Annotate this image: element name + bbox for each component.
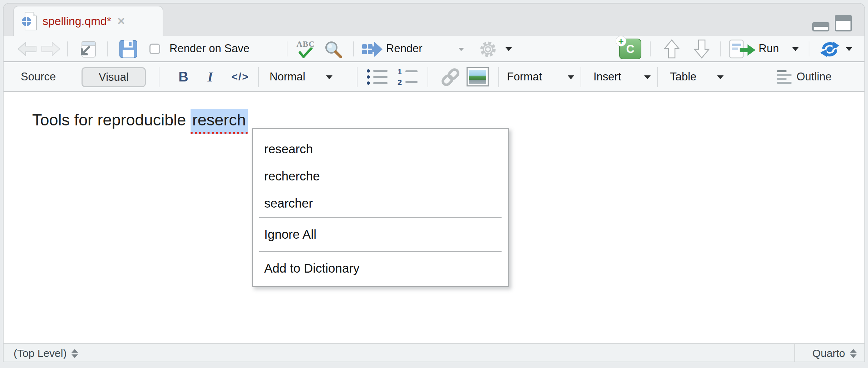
jump-up-icon[interactable] [663, 39, 681, 59]
insert-caret-icon[interactable] [644, 75, 651, 79]
minimize-icon[interactable] [812, 22, 829, 31]
render-dropdown-icon[interactable] [458, 48, 464, 51]
forward-icon[interactable] [39, 40, 62, 58]
mode-spinner-icon[interactable] [850, 349, 857, 358]
image-icon[interactable] [466, 67, 489, 87]
main-toolbar: Render on Save ABC Render [4, 36, 864, 62]
render-on-save-checkbox[interactable] [149, 44, 160, 54]
scope-label: (Top Level) [14, 347, 66, 359]
paragraph-style-dropdown[interactable]: Normal [270, 62, 305, 91]
gear-dropdown-icon[interactable] [505, 47, 512, 51]
mode-selector[interactable]: Quarto [794, 344, 864, 362]
editor-window: spelling.qmd* ✕ [3, 3, 865, 362]
suggestion-research[interactable]: research [253, 135, 508, 163]
back-icon[interactable] [16, 40, 39, 58]
rerun-dropdown-icon[interactable] [846, 47, 852, 51]
spellcheck-icon[interactable]: ABC [293, 38, 318, 60]
suggestion-recherche[interactable]: recherche [253, 163, 508, 190]
run-label[interactable]: Run [759, 36, 779, 61]
run-dropdown-icon[interactable] [792, 47, 799, 51]
outline-icon[interactable] [777, 70, 793, 84]
ignore-all-item[interactable]: Ignore All [253, 218, 508, 251]
tab-bar: spelling.qmd* ✕ [4, 4, 864, 36]
mode-label: Quarto [812, 347, 845, 359]
paragraph-style-caret-icon[interactable] [326, 75, 332, 79]
format-caret-icon[interactable] [568, 75, 574, 79]
outline-toggle[interactable]: Outline [797, 62, 832, 91]
bullet-list-icon[interactable] [366, 68, 388, 86]
maximize-icon[interactable] [835, 15, 852, 31]
tab-close-icon[interactable]: ✕ [117, 15, 125, 27]
insert-chunk-icon[interactable]: C + [619, 39, 641, 59]
editor-paragraph[interactable]: Tools for reproducible reserch [32, 111, 248, 129]
open-in-window-icon[interactable] [77, 39, 98, 59]
table-caret-icon[interactable] [717, 75, 724, 79]
bold-button[interactable]: B [174, 62, 192, 91]
save-icon[interactable] [119, 40, 138, 58]
status-bar: (Top Level) Quarto [4, 343, 864, 362]
scope-spinner-icon[interactable] [71, 349, 78, 358]
misspelled-word[interactable]: reserch [191, 109, 248, 134]
link-icon[interactable] [439, 67, 462, 87]
tab-spelling-qmd[interactable]: spelling.qmd* ✕ [13, 6, 163, 36]
suggestion-searcher[interactable]: searcher [253, 190, 508, 217]
rerun-icon[interactable] [818, 40, 842, 58]
visual-mode-button[interactable]: Visual [82, 67, 146, 87]
italic-button[interactable]: I [203, 62, 217, 91]
render-on-save-label: Render on Save [169, 36, 250, 61]
format-menu[interactable]: Format [507, 62, 542, 91]
table-menu[interactable]: Table [670, 62, 696, 91]
gear-icon[interactable] [478, 40, 498, 59]
tab-title: spelling.qmd* [43, 15, 111, 28]
editor-text: Tools for reproducible [32, 111, 191, 129]
jump-down-icon[interactable] [693, 39, 711, 59]
quarto-document-icon [22, 12, 37, 30]
render-icon[interactable] [361, 41, 383, 58]
render-label[interactable]: Render [386, 36, 423, 61]
format-toolbar: Source Visual B I </> Normal 1 2 [4, 62, 864, 92]
code-button[interactable]: </> [226, 62, 255, 91]
add-to-dictionary-item[interactable]: Add to Dictionary [253, 252, 508, 285]
search-icon[interactable] [323, 40, 343, 59]
insert-menu[interactable]: Insert [593, 62, 621, 91]
spelling-context-menu: research recherche searcher Ignore All A… [252, 128, 509, 287]
source-mode-button[interactable]: Source [21, 62, 56, 91]
numbered-list-icon[interactable]: 1 2 [396, 67, 419, 87]
scope-selector[interactable]: (Top Level) [4, 347, 78, 359]
run-icon[interactable] [729, 39, 756, 59]
plus-badge-icon: + [616, 36, 626, 46]
